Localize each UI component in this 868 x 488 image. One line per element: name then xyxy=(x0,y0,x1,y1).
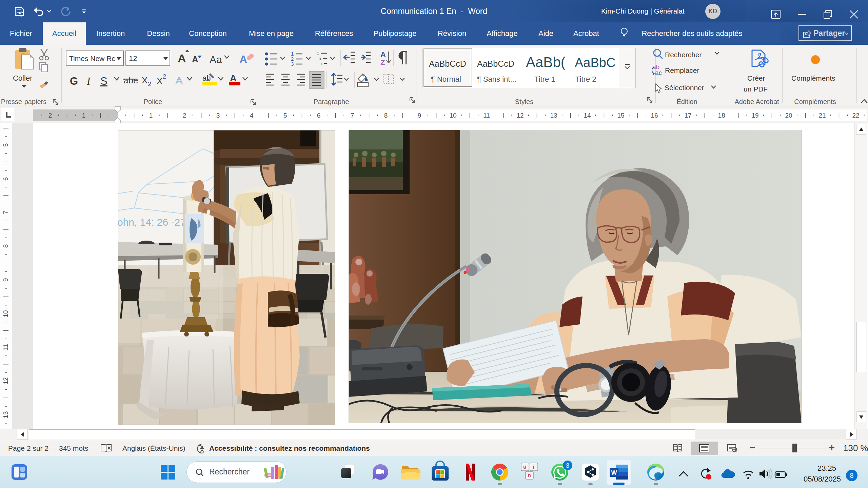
svg-text:abe: abe xyxy=(123,75,138,85)
svg-text:6: 6 xyxy=(317,112,321,119)
svg-text:8: 8 xyxy=(2,244,9,248)
svg-text:X: X xyxy=(157,76,162,86)
svg-text:9: 9 xyxy=(2,278,9,282)
svg-text:22: 22 xyxy=(852,112,859,119)
svg-text:1: 1 xyxy=(82,112,86,119)
svg-text:6: 6 xyxy=(2,177,9,181)
svg-text:11: 11 xyxy=(483,112,490,119)
svg-text:19: 19 xyxy=(751,112,758,119)
svg-text:A: A xyxy=(239,53,247,65)
svg-text:4: 4 xyxy=(250,112,254,119)
svg-text:I: I xyxy=(86,75,91,87)
svg-text:13: 13 xyxy=(550,112,557,119)
svg-text:7: 7 xyxy=(351,112,354,119)
svg-text:A: A xyxy=(178,52,186,65)
svg-text:S: S xyxy=(100,75,107,87)
svg-text:5: 5 xyxy=(2,143,9,147)
svg-text:20: 20 xyxy=(785,112,792,119)
svg-text:1: 1 xyxy=(317,51,319,56)
svg-text:Z: Z xyxy=(380,58,385,67)
svg-text:A: A xyxy=(176,75,182,86)
svg-text:2: 2 xyxy=(48,112,52,119)
svg-text:3: 3 xyxy=(566,462,570,469)
svg-text:i: i xyxy=(533,464,534,470)
svg-text:n: n xyxy=(528,472,531,478)
svg-text:17: 17 xyxy=(684,112,691,119)
svg-text:12: 12 xyxy=(2,377,9,384)
svg-text:15: 15 xyxy=(617,112,624,119)
svg-text:2: 2 xyxy=(183,112,186,119)
svg-text:3: 3 xyxy=(216,112,220,119)
svg-text:9: 9 xyxy=(418,112,421,119)
svg-text:8: 8 xyxy=(384,112,388,119)
svg-text:12: 12 xyxy=(516,112,524,119)
svg-text:11: 11 xyxy=(2,344,9,351)
svg-text:18: 18 xyxy=(718,112,725,119)
svg-text:X: X xyxy=(142,75,147,85)
svg-text:8: 8 xyxy=(850,472,853,479)
svg-text:5: 5 xyxy=(283,112,287,119)
svg-text:10: 10 xyxy=(2,310,9,317)
svg-text:16: 16 xyxy=(651,112,658,119)
svg-text:G: G xyxy=(70,75,78,87)
svg-text:3: 3 xyxy=(291,61,294,67)
svg-text:14: 14 xyxy=(584,112,591,119)
svg-text:23:25: 23:25 xyxy=(817,464,836,472)
svg-text:A: A xyxy=(230,73,237,83)
svg-text:ac: ac xyxy=(655,69,662,76)
svg-text:i: i xyxy=(321,61,322,66)
svg-text:21: 21 xyxy=(818,112,826,119)
svg-text:W: W xyxy=(611,469,617,476)
svg-text:10: 10 xyxy=(449,112,456,119)
svg-text:05/08/2025: 05/08/2025 xyxy=(804,475,841,483)
svg-text:7: 7 xyxy=(2,211,9,215)
svg-text:a: a xyxy=(319,56,321,61)
svg-text:Aa: Aa xyxy=(210,54,222,65)
svg-text:A: A xyxy=(192,54,198,64)
svg-text:1: 1 xyxy=(149,112,153,119)
svg-text:2: 2 xyxy=(163,73,166,80)
svg-text:A: A xyxy=(380,50,386,59)
svg-text:2: 2 xyxy=(148,81,151,87)
svg-text:13: 13 xyxy=(2,411,9,418)
svg-text:u: u xyxy=(523,464,527,470)
svg-text:ohn, 14: 26 -27: ohn, 14: 26 -27 xyxy=(118,217,186,228)
